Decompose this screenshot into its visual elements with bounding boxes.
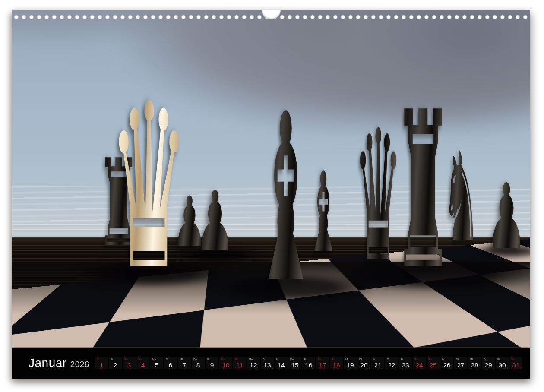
weekday-label: Do xyxy=(387,358,390,361)
weekday-label: Fr xyxy=(401,358,403,361)
day-number: 22 xyxy=(385,361,398,368)
calendar-day-cell: Mi14 xyxy=(275,357,288,369)
day-number: 19 xyxy=(344,361,357,368)
day-number: 2 xyxy=(109,361,122,368)
calendar-day-cell: Do8 xyxy=(192,357,205,369)
day-number: 31 xyxy=(509,361,522,368)
calendar-day-cell: Fr16 xyxy=(302,357,315,369)
weekday-label: Sa xyxy=(318,358,321,361)
weekday-label: Sa xyxy=(414,358,418,361)
calendar-day-cell: Mi28 xyxy=(468,357,481,369)
weekday-label: Di xyxy=(263,358,265,361)
day-number: 11 xyxy=(233,361,246,368)
calendar-day-cell: Di27 xyxy=(454,357,467,369)
calendar-day-cell: Fr23 xyxy=(399,357,412,369)
calendar-day-cell: Fr30 xyxy=(496,357,509,369)
weekday-label: Sa xyxy=(124,358,128,361)
calendar-day-cell: Di13 xyxy=(261,357,274,369)
calendar-day-cell: Mo19 xyxy=(344,357,357,369)
month-title: Januar2026 xyxy=(28,356,89,370)
day-number: 27 xyxy=(454,361,467,368)
calendar-strip: Januar2026 Do1Fr2Sa3So4Mo5Di6Mi7Do8Fr9Sa… xyxy=(12,348,530,379)
calendar-day-cell: Mi21 xyxy=(371,357,384,369)
day-number: 20 xyxy=(357,361,370,368)
calendar-day-cell: Do29 xyxy=(482,357,495,369)
weekday-label: So xyxy=(235,358,238,361)
calendar-day-cell: Mo12 xyxy=(247,357,260,369)
black-bishop-large-icon: ♝ xyxy=(253,83,319,314)
day-number: 17 xyxy=(316,361,329,368)
weekday-label: Sa xyxy=(221,358,225,361)
day-number: 9 xyxy=(206,361,218,368)
calendar-day-cell: Fr2 xyxy=(109,357,122,369)
day-number: 10 xyxy=(219,361,232,368)
calendar-day-cell: Mo26 xyxy=(440,357,453,369)
calendar-day-cell: Sa24 xyxy=(413,357,426,369)
weekday-label: Fr xyxy=(207,358,210,361)
calendar-day-cell: So25 xyxy=(427,357,440,369)
weekday-label: Mi xyxy=(373,358,376,361)
year-label: 2026 xyxy=(70,360,89,369)
weekday-label: Fr xyxy=(304,358,307,361)
white-queen-icon: ♛ xyxy=(109,74,189,302)
day-number: 18 xyxy=(330,361,343,368)
calendar-day-cell: Do1 xyxy=(95,357,108,369)
weekday-label: Fr xyxy=(497,358,500,361)
weekday-label: So xyxy=(138,358,142,361)
weekday-label: Sa xyxy=(511,358,515,361)
weekday-label: Mo xyxy=(249,358,253,361)
weekday-label: Di xyxy=(456,358,459,361)
weekday-label: Di xyxy=(359,358,362,361)
calendar-day-cell: Do22 xyxy=(385,357,398,369)
day-number: 3 xyxy=(123,361,136,368)
day-number: 14 xyxy=(275,361,288,368)
calendar-page: ♜♛♟♟♝♝♛♜♞♟ Januar2026 Do1Fr2Sa3So4Mo5Di6… xyxy=(12,10,530,379)
day-number: 1 xyxy=(95,361,108,368)
weekday-label: Mo xyxy=(345,358,349,361)
day-number: 29 xyxy=(482,361,495,368)
weekday-label: Do xyxy=(290,358,294,361)
weekday-label: Mi xyxy=(276,358,279,361)
day-number: 16 xyxy=(302,361,315,368)
calendar-day-cell: Do15 xyxy=(288,357,301,369)
day-number: 23 xyxy=(399,361,412,368)
day-number: 26 xyxy=(440,361,453,368)
day-number: 25 xyxy=(427,361,440,368)
weekday-label: Mo xyxy=(152,358,156,361)
black-pawn-right-icon: ♟ xyxy=(486,172,527,262)
weekday-label: Mo xyxy=(442,358,446,361)
calendar-day-cell: So11 xyxy=(233,357,246,369)
black-pawn-2-icon: ♟ xyxy=(195,180,235,263)
day-number: 4 xyxy=(136,361,149,368)
day-number: 7 xyxy=(178,361,191,368)
day-number: 28 xyxy=(468,361,481,368)
month-label: Januar xyxy=(28,356,67,370)
weekday-label: Mi xyxy=(180,358,183,361)
calendar-day-cell: So18 xyxy=(330,357,343,369)
weekday-label: Do xyxy=(97,358,100,361)
calendar-day-cell: Sa3 xyxy=(123,357,136,369)
day-number: 6 xyxy=(164,361,177,368)
calendar-day-cell: Sa10 xyxy=(219,357,232,369)
weekday-label: Fr xyxy=(111,358,113,361)
weekday-label: So xyxy=(332,358,335,361)
day-number: 8 xyxy=(192,361,205,368)
days-row: Do1Fr2Sa3So4Mo5Di6Mi7Do8Fr9Sa10So11Mo12D… xyxy=(95,357,522,369)
weekday-label: So xyxy=(428,358,432,361)
day-number: 5 xyxy=(150,361,163,368)
calendar-day-cell: So4 xyxy=(136,357,149,369)
calendar-day-cell: Sa31 xyxy=(509,357,522,369)
calendar-day-cell: Fr9 xyxy=(206,357,218,369)
day-number: 24 xyxy=(413,361,426,368)
calendar-day-cell: Di20 xyxy=(357,357,370,369)
day-number: 15 xyxy=(288,361,301,368)
weekday-label: Do xyxy=(484,358,487,361)
day-number: 12 xyxy=(247,361,260,368)
day-number: 30 xyxy=(496,361,509,368)
calendar-day-cell: Mi7 xyxy=(178,357,191,369)
day-number: 13 xyxy=(261,361,274,368)
weekday-label: Do xyxy=(193,358,197,361)
day-number: 21 xyxy=(371,361,384,368)
weekday-label: Di xyxy=(166,358,168,361)
calendar-day-cell: Di6 xyxy=(164,357,177,369)
